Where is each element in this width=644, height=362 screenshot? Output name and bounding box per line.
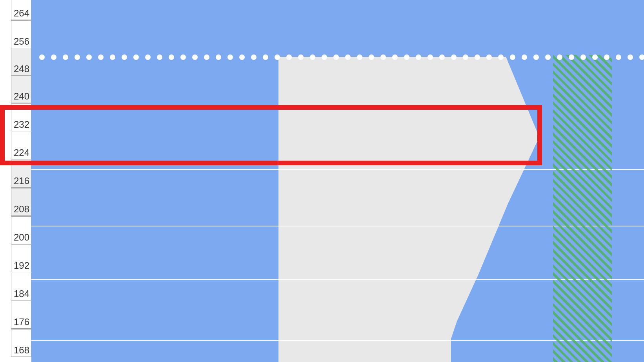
y-tick-label: 248 [14, 63, 29, 74]
y-axis: 264256248240232224216208200192184176168 [11, 0, 31, 362]
gridline [31, 279, 644, 280]
threshold-dot [639, 54, 644, 60]
y-tick: 200 [11, 216, 31, 244]
y-tick-label: 184 [14, 288, 29, 299]
threshold-dot [345, 54, 351, 60]
threshold-dot [557, 54, 562, 60]
y-tick: 256 [11, 20, 31, 48]
threshold-dot [380, 54, 386, 60]
threshold-dot [263, 54, 268, 60]
threshold-dot [322, 54, 327, 60]
threshold-dot [463, 54, 468, 60]
threshold-dot [616, 54, 621, 60]
threshold-dot [169, 54, 174, 60]
threshold-dot [157, 54, 162, 60]
y-tick-label: 192 [14, 260, 29, 271]
threshold-dot [580, 54, 586, 60]
y-tick-label: 216 [14, 176, 29, 186]
threshold-dot [439, 54, 445, 60]
y-tick-label: 256 [14, 36, 29, 47]
svg-marker-0 [278, 57, 539, 362]
gridline [31, 340, 644, 341]
threshold-dot [369, 54, 374, 60]
y-tick: 208 [11, 188, 31, 216]
y-tick: 168 [11, 329, 31, 357]
threshold-dot [192, 54, 198, 60]
threshold-dot [227, 54, 233, 60]
threshold-dot [498, 54, 504, 60]
threshold-dot [357, 54, 362, 60]
threshold-dot [533, 54, 539, 60]
threshold-dot [486, 54, 492, 60]
threshold-dot [145, 54, 151, 60]
threshold-dot [569, 54, 574, 60]
y-tick-label: 200 [14, 232, 29, 243]
threshold-dot [133, 54, 139, 60]
threshold-dot [451, 54, 457, 60]
threshold-dot [522, 54, 527, 60]
threshold-dot [628, 54, 633, 60]
plot-area[interactable] [31, 0, 644, 362]
threshold-dot [251, 54, 257, 60]
threshold-dot [122, 54, 127, 60]
threshold-dot [310, 54, 315, 60]
threshold-dot [39, 54, 45, 60]
threshold-dot [604, 54, 609, 60]
y-tick: 264 [11, 0, 31, 20]
green-hatched-overlay [553, 55, 612, 362]
threshold-dot [86, 54, 92, 60]
threshold-dot [239, 54, 245, 60]
threshold-dot [204, 54, 209, 60]
threshold-dot [428, 54, 433, 60]
threshold-dot [110, 54, 115, 60]
threshold-dot [216, 54, 221, 60]
threshold-dot [416, 54, 421, 60]
threshold-dot [75, 54, 80, 60]
highlight-selection-box[interactable] [0, 105, 542, 165]
y-tick: 176 [11, 301, 31, 329]
threshold-dot [475, 54, 480, 60]
threshold-dot [392, 54, 398, 60]
gridline [31, 169, 644, 170]
y-tick: 248 [11, 48, 31, 76]
threshold-dot [180, 54, 186, 60]
threshold-dot [510, 54, 515, 60]
y-tick-label: 264 [14, 8, 29, 19]
threshold-dot [63, 54, 68, 60]
threshold-dot [275, 54, 280, 60]
y-tick-label: 168 [14, 345, 29, 356]
threshold-dot [51, 54, 56, 60]
y-tick: 192 [11, 244, 31, 272]
threshold-dot [592, 54, 598, 60]
threshold-dot [98, 54, 104, 60]
threshold-dot [545, 54, 551, 60]
y-tick: 240 [11, 75, 31, 103]
threshold-dot [404, 54, 409, 60]
y-tick: 184 [11, 273, 31, 300]
threshold-dot [286, 54, 292, 60]
gridline [31, 226, 644, 226]
y-tick-label: 176 [14, 317, 29, 328]
threshold-dot [333, 54, 339, 60]
y-tick-label: 208 [14, 204, 29, 215]
dotted-threshold-line [31, 53, 644, 61]
threshold-dot [298, 54, 304, 60]
y-tick-label: 240 [14, 91, 29, 102]
